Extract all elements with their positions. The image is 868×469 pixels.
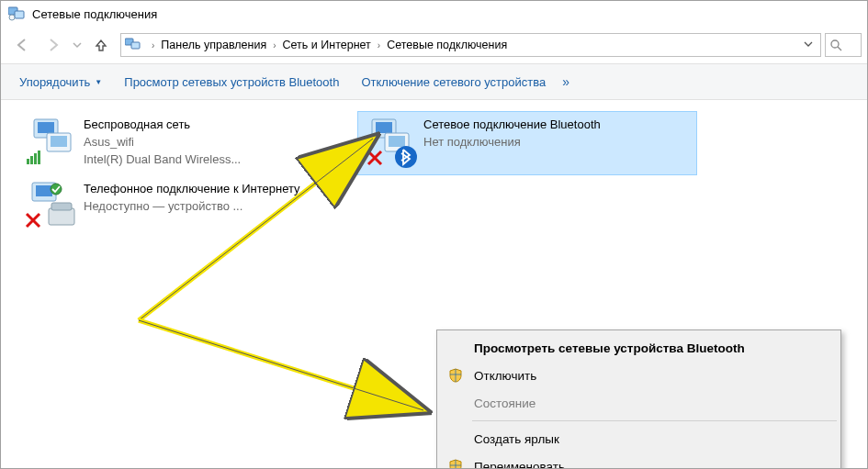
breadcrumb-item[interactable]: Сеть и Интернет — [281, 39, 373, 51]
svg-rect-18 — [389, 136, 405, 147]
svg-rect-26 — [51, 203, 72, 210]
connection-status: Нет подключения — [423, 134, 601, 151]
shield-icon — [448, 459, 463, 469]
svg-rect-13 — [34, 153, 37, 164]
svg-point-24 — [51, 184, 62, 195]
svg-line-6 — [838, 47, 841, 50]
connection-grid: Беспроводная сеть Asus_wifi Intel(R) Dua… — [17, 111, 851, 240]
svg-rect-14 — [38, 151, 40, 164]
content-area: Беспроводная сеть Asus_wifi Intel(R) Dua… — [1, 100, 867, 468]
connection-item-phone[interactable]: Телефонное подключение к Интернету Недос… — [17, 175, 357, 240]
svg-rect-10 — [51, 136, 67, 147]
address-bar-icon — [125, 38, 141, 52]
context-menu: Просмотреть сетевые устройства Bluetooth… — [436, 329, 841, 469]
menu-separator — [472, 420, 837, 421]
connection-name: Сетевое подключение Bluetooth — [423, 117, 601, 134]
toolbar: Упорядочить▼ Просмотр сетевых устройств … — [1, 63, 867, 100]
toolbar-overflow-button[interactable]: » — [562, 74, 569, 89]
address-bar-expand[interactable] — [800, 39, 817, 50]
chevron-right-icon[interactable]: › — [373, 40, 385, 50]
menu-item-header[interactable]: Просмотреть сетевые устройства Bluetooth — [439, 334, 839, 362]
window-title: Сетевые подключения — [32, 7, 157, 21]
connection-adapter: Intel(R) Dual Band Wireless... — [84, 151, 241, 169]
connection-status: Недоступно — устройство ... — [84, 198, 300, 216]
menu-item-disable[interactable]: Отключить — [439, 362, 839, 389]
svg-rect-23 — [36, 185, 52, 196]
chevron-down-icon: ▼ — [95, 78, 102, 86]
nav-back-button[interactable] — [6, 30, 38, 60]
network-adapter-icon — [365, 117, 420, 170]
breadcrumb-item[interactable]: Панель управления — [159, 39, 268, 51]
network-adapter-icon — [25, 181, 80, 234]
svg-rect-1 — [15, 11, 24, 18]
svg-point-5 — [831, 40, 839, 48]
nav-up-button[interactable] — [85, 30, 117, 60]
titlebar: Сетевые подключения — [1, 1, 867, 27]
svg-rect-8 — [38, 122, 54, 133]
menu-item-status: Состояние — [439, 389, 839, 417]
chevron-right-icon[interactable]: › — [147, 40, 159, 50]
nav-row: › Панель управления › Сеть и Интернет › … — [1, 27, 867, 63]
svg-rect-25 — [49, 208, 74, 225]
connection-ssid: Asus_wifi — [84, 134, 241, 151]
svg-point-2 — [9, 15, 15, 20]
shield-icon — [448, 368, 463, 383]
connection-item-bluetooth[interactable]: Сетевое подключение Bluetooth Нет подклю… — [357, 111, 697, 175]
nav-forward-button[interactable] — [38, 30, 69, 60]
search-box[interactable] — [825, 33, 862, 57]
network-connections-icon — [8, 6, 25, 21]
search-icon — [829, 39, 842, 51]
connection-name: Беспроводная сеть — [84, 117, 241, 134]
breadcrumb-item[interactable]: Сетевые подключения — [385, 39, 509, 51]
toolbar-disable-button[interactable]: Отключение сетевого устройства — [350, 70, 557, 95]
toolbar-view-bt-button[interactable]: Просмотр сетевых устройств Bluetooth — [113, 70, 350, 95]
address-bar[interactable]: › Панель управления › Сеть и Интернет › … — [120, 33, 821, 57]
svg-rect-4 — [131, 42, 140, 49]
network-adapter-icon — [25, 117, 80, 170]
svg-rect-16 — [376, 122, 392, 133]
nav-recent-dropdown[interactable] — [69, 30, 85, 60]
menu-item-rename[interactable]: Переименовать — [439, 452, 839, 469]
chevron-right-icon[interactable]: › — [268, 40, 280, 50]
toolbar-organize-button[interactable]: Упорядочить▼ — [8, 70, 113, 95]
connection-item-wifi[interactable]: Беспроводная сеть Asus_wifi Intel(R) Dua… — [17, 111, 357, 175]
connection-name: Телефонное подключение к Интернету — [84, 181, 300, 198]
svg-rect-12 — [30, 156, 33, 164]
menu-item-shortcut[interactable]: Создать ярлык — [439, 425, 839, 452]
svg-rect-11 — [27, 159, 29, 164]
